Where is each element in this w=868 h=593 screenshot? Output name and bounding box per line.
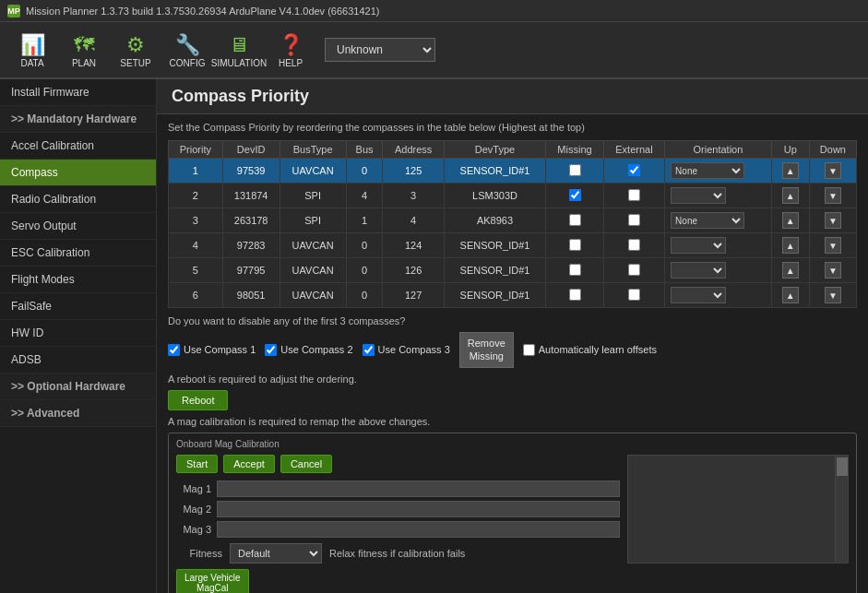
down-button[interactable]: ▼: [825, 287, 841, 303]
missing-checkbox[interactable]: [569, 189, 581, 201]
data-icon: 📊: [19, 32, 45, 58]
up-button[interactable]: ▲: [782, 237, 799, 254]
start-button[interactable]: Start: [176, 455, 218, 473]
up-button[interactable]: ▲: [782, 212, 799, 229]
sidebar-item-hw-id[interactable]: HW ID: [0, 320, 156, 347]
fitness-select[interactable]: Default 3D_fix relaxed: [230, 543, 322, 563]
col-devid: DevID: [222, 141, 279, 159]
sidebar-item-adsb[interactable]: ADSB: [0, 347, 156, 374]
disable-question: Do you want to disable any of the first …: [168, 315, 857, 326]
missing-checkbox[interactable]: [569, 289, 581, 301]
orientation-select[interactable]: None: [671, 212, 744, 229]
external-checkbox[interactable]: [628, 289, 640, 301]
sidebar-item-flight-modes[interactable]: Flight Modes: [0, 267, 156, 293]
sidebar-item-servo-output[interactable]: Servo Output: [0, 213, 156, 240]
setup-label: SETUP: [120, 58, 150, 68]
relax-label: Relax fitness if calibration fails: [329, 548, 465, 559]
sidebar-item-failsafe[interactable]: FailSafe: [0, 293, 156, 320]
col-bus: Bus: [346, 141, 383, 159]
config-button[interactable]: 🔧 CONFIG: [162, 25, 212, 75]
up-button[interactable]: ▲: [782, 262, 799, 279]
missing-checkbox[interactable]: [569, 164, 581, 176]
remove-missing-button[interactable]: RemoveMissing: [459, 332, 514, 368]
setup-button[interactable]: ⚙ SETUP: [111, 25, 161, 75]
calibration-box: Onboard Mag Calibration Start Accept Can…: [168, 433, 857, 593]
cal-scrollbar[interactable]: [835, 456, 848, 563]
external-checkbox[interactable]: [628, 164, 640, 176]
table-row[interactable]: 597795UAVCAN0126SENSOR_ID#1▲▼: [169, 258, 857, 283]
down-button[interactable]: ▼: [825, 237, 841, 254]
cal-scrollbar-thumb[interactable]: [837, 457, 848, 476]
use-compass-3-label[interactable]: Use Compass 3: [363, 344, 450, 356]
down-button[interactable]: ▼: [825, 212, 841, 229]
orientation-select[interactable]: [671, 262, 726, 279]
auto-learn-text: Automatically learn offsets: [539, 344, 657, 355]
use-compass-1-text: Use Compass 1: [184, 344, 256, 355]
use-compass-3-checkbox[interactable]: [363, 344, 375, 356]
table-row[interactable]: 197539UAVCAN0125SENSOR_ID#1None▲▼: [169, 159, 857, 184]
data-button[interactable]: 📊 DATA: [7, 25, 57, 75]
col-priority: Priority: [169, 141, 223, 159]
reboot-button[interactable]: Reboot: [168, 390, 228, 410]
simulation-icon: 🖥: [226, 32, 252, 58]
col-bustype: BusType: [279, 141, 346, 159]
simulation-label: SIMULATION: [211, 58, 267, 68]
table-row[interactable]: 2131874SPI43LSM303D▲▼: [169, 184, 857, 208]
use-compass-2-label[interactable]: Use Compass 2: [265, 344, 352, 356]
table-row[interactable]: 698051UAVCAN0127SENSOR_ID#1▲▼: [169, 283, 857, 308]
vehicle-dropdown[interactable]: Unknown ArduPlane ArduCopter ArduRover: [325, 38, 435, 62]
auto-learn-label[interactable]: Automatically learn offsets: [523, 344, 657, 356]
page-description: Set the Compass Priority by reordering t…: [168, 122, 857, 133]
up-button[interactable]: ▲: [782, 287, 799, 303]
use-compass-1-label[interactable]: Use Compass 1: [168, 344, 256, 356]
down-button[interactable]: ▼: [825, 187, 841, 204]
cal-right-panel: [627, 455, 849, 563]
cancel-button[interactable]: Cancel: [280, 455, 332, 473]
use-compass-3-text: Use Compass 3: [378, 344, 450, 355]
help-button[interactable]: ❓ HELP: [266, 25, 315, 75]
use-compass-2-text: Use Compass 2: [280, 344, 352, 355]
fitness-row: Fitness Default 3D_fix relaxed Relax fit…: [176, 543, 620, 563]
missing-checkbox[interactable]: [569, 214, 581, 226]
use-compass-1-checkbox[interactable]: [168, 344, 180, 356]
missing-checkbox[interactable]: [569, 264, 581, 276]
sidebar-item-esc-calibration[interactable]: ESC Calibration: [0, 240, 156, 267]
sidebar-item-install-firmware[interactable]: Install Firmware: [0, 79, 156, 106]
cal-buttons: Start Accept Cancel: [176, 455, 620, 473]
orientation-select[interactable]: None: [671, 162, 744, 179]
sidebar-item-radio-calibration[interactable]: Radio Calibration: [0, 186, 156, 213]
up-button[interactable]: ▲: [782, 187, 799, 204]
external-checkbox[interactable]: [628, 214, 640, 226]
sidebar-item-compass[interactable]: Compass: [0, 160, 156, 186]
down-button[interactable]: ▼: [825, 162, 841, 179]
orientation-select[interactable]: [671, 237, 726, 254]
sidebar-item-accel-calibration[interactable]: Accel Calibration: [0, 133, 156, 160]
mag-1-row: Mag 1: [176, 480, 620, 497]
main-layout: Install Firmware >> Mandatory Hardware A…: [0, 79, 868, 593]
plan-button[interactable]: 🗺 PLAN: [59, 25, 109, 75]
orientation-select[interactable]: [671, 287, 726, 303]
sidebar: Install Firmware >> Mandatory Hardware A…: [0, 79, 157, 593]
data-label: DATA: [20, 58, 43, 68]
mag-1-label: Mag 1: [176, 483, 211, 494]
title-bar: MP Mission Planner 1.3.73 build 1.3.7530…: [0, 0, 868, 22]
auto-learn-checkbox[interactable]: [523, 344, 535, 356]
use-compass-2-checkbox[interactable]: [265, 344, 277, 356]
orientation-select[interactable]: [671, 187, 726, 204]
external-checkbox[interactable]: [628, 239, 640, 251]
large-vehicle-magcal-button[interactable]: Large VehicleMagCal: [176, 569, 249, 593]
col-address: Address: [383, 141, 444, 159]
vehicle-dropdown-container: Unknown ArduPlane ArduCopter ArduRover: [325, 38, 435, 62]
table-row[interactable]: 3263178SPI14AK8963None▲▼: [169, 208, 857, 233]
external-checkbox[interactable]: [628, 189, 640, 201]
col-down: Down: [809, 141, 856, 159]
simulation-button[interactable]: 🖥 SIMULATION: [214, 25, 264, 75]
config-icon: 🔧: [174, 32, 200, 58]
table-row[interactable]: 497283UAVCAN0124SENSOR_ID#1▲▼: [169, 233, 857, 258]
down-button[interactable]: ▼: [825, 262, 841, 279]
missing-checkbox[interactable]: [569, 239, 581, 251]
mag-3-row: Mag 3: [176, 521, 620, 538]
accept-button[interactable]: Accept: [223, 455, 275, 473]
up-button[interactable]: ▲: [782, 162, 799, 179]
external-checkbox[interactable]: [628, 264, 640, 276]
